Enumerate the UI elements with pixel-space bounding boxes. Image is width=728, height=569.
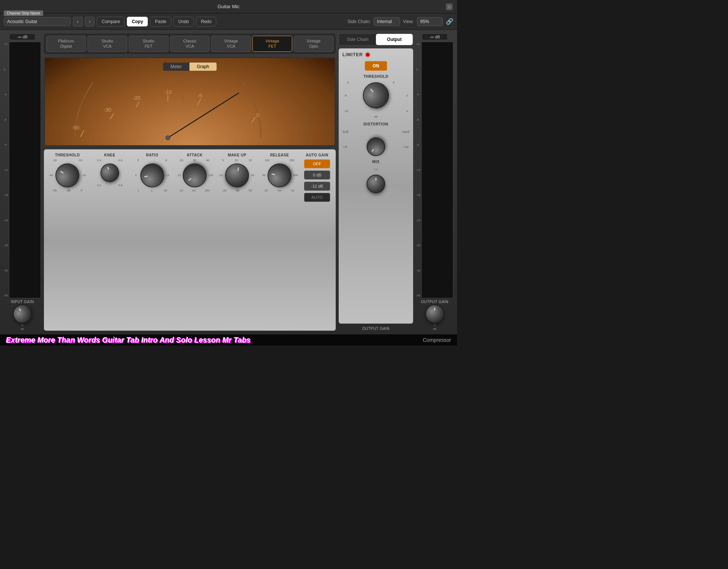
svg-line-13: [103, 117, 105, 122]
undo-button[interactable]: Undo: [173, 17, 194, 26]
toolbar: Channel Strip Name Acoustic Guitar ‹ › C…: [0, 13, 457, 30]
controls-row: THRESHOLD -30-20 -40 -10 -50dB0 KNEE 0.4…: [44, 149, 336, 331]
limiter-on-btn[interactable]: ON: [365, 61, 387, 71]
svg-text:-30: -30: [104, 107, 111, 113]
limiter-label: LIMITER: [342, 52, 363, 57]
ig-unit: dB: [20, 328, 24, 331]
auto-gain-off-btn[interactable]: OFF: [304, 159, 330, 168]
svg-line-2: [110, 113, 114, 119]
toolbar-left: Channel Strip Name Acoustic Guitar ‹ › C…: [4, 17, 345, 26]
ig-scale-10: -40: [4, 269, 8, 272]
attack-knob[interactable]: [178, 159, 211, 192]
vu-arc-svg: -50 -30 -20 -10 -5 0: [45, 82, 291, 142]
og-scale-3: -3: [416, 93, 421, 96]
distortion-knob[interactable]: [363, 134, 389, 160]
output-gain-label: OUTPUT GAIN: [339, 327, 413, 331]
dist-soft: Soft: [342, 130, 348, 134]
right-section: Side Chain Output LIMITER ON THRESHOLD -…: [339, 34, 413, 331]
mix-knob[interactable]: [367, 175, 385, 193]
ratio-knob[interactable]: [138, 162, 166, 189]
tab-studio-vca[interactable]: StudioVCA: [87, 36, 127, 52]
threshold-control: THRESHOLD -30-20 -40 -10 -50dB0: [48, 153, 87, 327]
tab-vintage-vca[interactable]: VintageVCA: [211, 36, 251, 52]
side-chain-label: Side Chain:: [348, 19, 371, 24]
sc-output-tabs: Side Chain Output: [339, 34, 413, 45]
view-select[interactable]: 95%: [417, 17, 443, 26]
auto-gain-label: AUTO GAIN: [306, 153, 328, 157]
tab-vintage-fet[interactable]: VintageFET: [252, 36, 292, 52]
compressor-label: Compressor: [423, 337, 451, 343]
ig-scale-11: -60: [4, 294, 8, 297]
ig-scale-6: -12: [4, 169, 8, 172]
channel-name-dropdown[interactable]: Acoustic Guitar: [4, 17, 71, 26]
toolbar-right: Side Chain: Internal View: 95% 🔗: [348, 17, 453, 26]
auto-btn[interactable]: AUTO: [304, 193, 330, 202]
makeup-control: MAKE UP 51015 -10 20 -20dB50: [217, 153, 257, 327]
tab-studio-fet[interactable]: StudioFET: [129, 36, 169, 52]
svg-line-20: [168, 93, 239, 138]
redo-button[interactable]: Redo: [196, 17, 217, 26]
auto-gain-0db-btn[interactable]: 0 dB: [304, 171, 330, 179]
svg-line-12: [93, 121, 96, 126]
sidechain-tab[interactable]: Side Chain: [339, 34, 376, 45]
og-scale-4: -6: [416, 118, 421, 121]
ig-scale-4: -6: [4, 118, 8, 121]
svg-line-4: [136, 101, 139, 107]
link-icon[interactable]: 🔗: [446, 18, 453, 25]
vu-inner: Meter Graph -50 -30 -20: [45, 58, 335, 145]
release-knob[interactable]: [266, 162, 293, 189]
auto-gain-minus12-btn[interactable]: -12 dB: [304, 182, 330, 191]
view-label: View:: [403, 19, 414, 24]
ig-scale-2: 0: [4, 68, 8, 71]
og-scale-6: -12: [416, 169, 421, 172]
nav-back-button[interactable]: ‹: [73, 17, 83, 26]
tab-platinum-digital[interactable]: PlatinumDigital: [46, 36, 86, 52]
limiter-row: LIMITER: [342, 52, 409, 57]
ig-scale-5: -9: [4, 143, 8, 146]
tab-classic-vca[interactable]: ClassicVCA: [170, 36, 210, 52]
window-title: Guitar Mic: [217, 4, 239, 9]
release-label: RELEASE: [270, 153, 289, 157]
svg-text:0: 0: [256, 112, 259, 118]
threshold-label: THRESHOLD: [55, 153, 80, 157]
tab-vintage-opto[interactable]: VintageOpto: [294, 36, 333, 52]
output-tab[interactable]: Output: [376, 34, 413, 45]
title-bar: Guitar Mic ⊡: [0, 0, 457, 13]
release-control: RELEASE 100200 50 500 20ms2k: [260, 153, 299, 327]
input-gain-meter: [9, 42, 41, 298]
ig-scale-9: -30: [4, 244, 8, 247]
makeup-knob[interactable]: [223, 162, 251, 189]
output-gain-strip: -∞ dB +3 0 -3 -6 -9 -12 -18 -24 -30 -40 …: [416, 34, 453, 331]
og-scale-10: -40: [416, 269, 421, 272]
meter-tab[interactable]: Meter: [163, 63, 189, 71]
output-gain-knob[interactable]: [425, 305, 444, 323]
input-gain-knob[interactable]: [10, 301, 35, 327]
output-gain-meter: [421, 42, 453, 298]
threshold-knob[interactable]: [51, 159, 83, 191]
graph-tab[interactable]: Graph: [189, 63, 217, 71]
og-scale-5: -9: [416, 143, 421, 146]
dist-hard: Hard: [402, 130, 409, 134]
center-section: PlatinumDigital StudioVCA StudioFET Clas…: [44, 34, 336, 331]
input-gain-strip: -∞ dB +3 0 -3 -6 -9 -12 -18 -24 -30 -40 …: [4, 34, 41, 331]
og-scale-11: -60: [416, 294, 421, 297]
input-gain-label: INPUT GAIN: [11, 300, 34, 304]
window-resize-btn[interactable]: ⊡: [446, 3, 453, 10]
svg-line-15: [151, 98, 153, 103]
ratio-label: RATIO: [146, 153, 159, 157]
copy-button[interactable]: Copy: [127, 17, 148, 26]
nav-forward-button[interactable]: ›: [85, 17, 95, 26]
window-controls: ⊡: [446, 3, 453, 10]
meter-graph-tabs: Meter Graph: [163, 63, 217, 71]
compare-button[interactable]: Compare: [97, 17, 125, 26]
ig-scale-1: +3: [4, 43, 8, 46]
svg-point-21: [166, 136, 170, 140]
side-chain-select[interactable]: Internal: [374, 17, 400, 26]
og-scale-2: 0: [416, 68, 421, 71]
mix-label: MIX: [372, 160, 379, 164]
og-scale-7: -18: [416, 194, 421, 197]
knee-knob[interactable]: [98, 161, 122, 185]
channel-tooltip: Channel Strip Name: [4, 10, 43, 16]
right-threshold-label: THRESHOLD: [364, 74, 389, 79]
paste-button[interactable]: Paste: [150, 17, 171, 26]
